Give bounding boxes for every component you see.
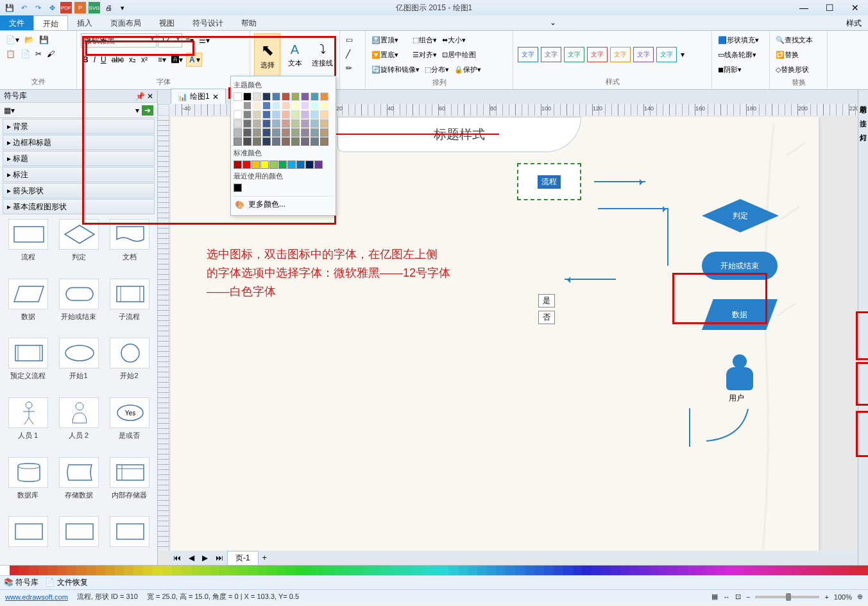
font-color-button[interactable]: A▾ bbox=[186, 53, 202, 67]
palette-color[interactable] bbox=[411, 566, 420, 575]
align-icon[interactable]: ≡▾ bbox=[156, 53, 168, 66]
color-swatch[interactable] bbox=[320, 92, 328, 101]
color-swatch[interactable] bbox=[234, 119, 242, 128]
paste-icon[interactable]: 📄 bbox=[19, 48, 32, 60]
symbol-lib-tab[interactable]: 📚 符号库 bbox=[4, 577, 38, 588]
color-swatch[interactable] bbox=[296, 160, 305, 169]
replace-shape-button[interactable]: ◇替换形状 bbox=[774, 63, 811, 76]
palette-color[interactable] bbox=[754, 566, 763, 575]
color-swatch[interactable] bbox=[287, 160, 296, 169]
superscript-button[interactable]: x² bbox=[139, 53, 149, 66]
category-item[interactable]: ▸ 箭头形状 bbox=[3, 183, 155, 198]
go-icon[interactable]: ➜ bbox=[142, 105, 153, 116]
collapse-ribbon-icon[interactable]: ⌄ bbox=[543, 15, 563, 30]
palette-color[interactable] bbox=[582, 566, 591, 575]
color-swatch[interactable] bbox=[282, 128, 290, 137]
palette-color[interactable] bbox=[668, 566, 677, 575]
palette-color[interactable] bbox=[544, 566, 554, 575]
color-swatch[interactable] bbox=[291, 128, 300, 137]
palette-color[interactable] bbox=[143, 566, 153, 575]
palette-color[interactable] bbox=[439, 566, 448, 575]
palette-color[interactable] bbox=[687, 566, 697, 575]
tab-help[interactable]: 帮助 bbox=[232, 15, 266, 30]
palette-color[interactable] bbox=[29, 566, 38, 575]
palette-color[interactable] bbox=[601, 566, 611, 575]
color-swatch[interactable] bbox=[301, 137, 309, 146]
palette-color[interactable] bbox=[429, 566, 439, 575]
arrow[interactable] bbox=[594, 181, 645, 182]
style-pane-button[interactable]: 样式 bbox=[840, 15, 868, 30]
tab-symbol[interactable]: 符号设计 bbox=[183, 15, 232, 30]
color-swatch[interactable] bbox=[278, 160, 287, 169]
shape-item[interactable]: 开始1 bbox=[55, 338, 103, 395]
highlight-icon[interactable]: 🅰▾ bbox=[169, 53, 185, 66]
palette-color[interactable] bbox=[487, 566, 497, 575]
color-swatch[interactable] bbox=[243, 137, 251, 146]
new-icon[interactable]: 📄▾ bbox=[4, 33, 21, 46]
palette-color[interactable] bbox=[735, 566, 744, 575]
palette-color[interactable] bbox=[105, 566, 115, 575]
style-item[interactable]: 文字 bbox=[518, 47, 538, 62]
color-swatch[interactable] bbox=[320, 128, 328, 137]
more-colors-button[interactable]: 🎨更多颜色... bbox=[234, 196, 333, 212]
replace-button[interactable]: 🔁替换 bbox=[774, 48, 801, 62]
shape-item[interactable]: 文档 bbox=[105, 219, 153, 276]
color-swatch[interactable] bbox=[311, 119, 319, 128]
tab-layout[interactable]: 页面布局 bbox=[101, 15, 150, 30]
shape-item[interactable] bbox=[4, 516, 52, 561]
category-item[interactable]: ▸ 边框和标题 bbox=[3, 135, 155, 150]
font-name-select[interactable]: 微软雅黑 bbox=[81, 33, 157, 48]
select-tool-button[interactable]: ⬉选择 bbox=[254, 33, 280, 77]
shadow-button[interactable]: ◼阴影▾ bbox=[716, 63, 744, 76]
first-page-icon[interactable]: ⏮ bbox=[169, 552, 185, 564]
flow-shape-selected[interactable]: 流程 bbox=[517, 163, 581, 200]
palette-color[interactable] bbox=[0, 566, 10, 575]
palette-color[interactable] bbox=[849, 566, 859, 575]
palette-color[interactable] bbox=[286, 566, 296, 575]
color-swatch[interactable] bbox=[314, 160, 323, 169]
color-swatch[interactable] bbox=[243, 110, 251, 119]
palette-color[interactable] bbox=[305, 566, 315, 575]
palette-color[interactable] bbox=[726, 566, 735, 575]
color-swatch[interactable] bbox=[282, 119, 290, 128]
palette-color[interactable] bbox=[182, 566, 191, 575]
print-icon[interactable]: 🖨 bbox=[103, 2, 114, 13]
palette-color[interactable] bbox=[258, 566, 268, 575]
palette-color[interactable] bbox=[706, 566, 716, 575]
shape-item[interactable]: 数据 bbox=[4, 279, 52, 336]
color-swatch[interactable] bbox=[234, 160, 242, 169]
shape-item[interactable]: 人员 1 bbox=[4, 397, 52, 454]
color-swatch[interactable] bbox=[272, 101, 280, 110]
shape-item[interactable]: 开始2 bbox=[105, 338, 153, 395]
center-button[interactable]: ⊡居中绘图 bbox=[440, 48, 478, 62]
palette-color[interactable] bbox=[334, 566, 344, 575]
page-tab[interactable]: 页-1 bbox=[227, 551, 259, 566]
palette-color[interactable] bbox=[658, 566, 668, 575]
style-item[interactable]: 文字 bbox=[564, 47, 584, 62]
styles-more-icon[interactable]: ▾ bbox=[679, 48, 686, 61]
grid-view-icon[interactable]: ▦▾ bbox=[4, 106, 15, 115]
palette-color[interactable] bbox=[763, 566, 773, 575]
color-swatch[interactable] bbox=[305, 160, 314, 169]
copy-icon[interactable]: 📋 bbox=[4, 48, 17, 60]
category-item[interactable]: ▸ 基本流程图形状 bbox=[3, 199, 155, 214]
underline-button[interactable]: U bbox=[99, 53, 108, 66]
palette-color[interactable] bbox=[162, 566, 172, 575]
color-swatch[interactable] bbox=[253, 101, 261, 110]
ppt-icon[interactable]: P bbox=[74, 2, 86, 13]
palette-color[interactable] bbox=[811, 566, 821, 575]
fill-button[interactable]: 🟦形状填充▾ bbox=[716, 33, 761, 47]
palette-color[interactable] bbox=[448, 566, 458, 575]
palette-color[interactable] bbox=[344, 566, 353, 575]
palette-color[interactable] bbox=[47, 566, 57, 575]
website-link[interactable]: www.edrawsoft.com bbox=[5, 593, 68, 601]
add-page-icon[interactable]: + bbox=[259, 552, 271, 564]
palette-color[interactable] bbox=[67, 566, 76, 575]
shape-item[interactable]: 数据库 bbox=[4, 457, 52, 514]
palette-color[interactable] bbox=[506, 566, 515, 575]
palette-color[interactable] bbox=[497, 566, 506, 575]
color-swatch[interactable] bbox=[262, 92, 271, 101]
palette-color[interactable] bbox=[468, 566, 477, 575]
category-item[interactable]: ▸ 标题 bbox=[3, 151, 155, 166]
align-button[interactable]: ☰对齐▾ bbox=[411, 48, 439, 62]
